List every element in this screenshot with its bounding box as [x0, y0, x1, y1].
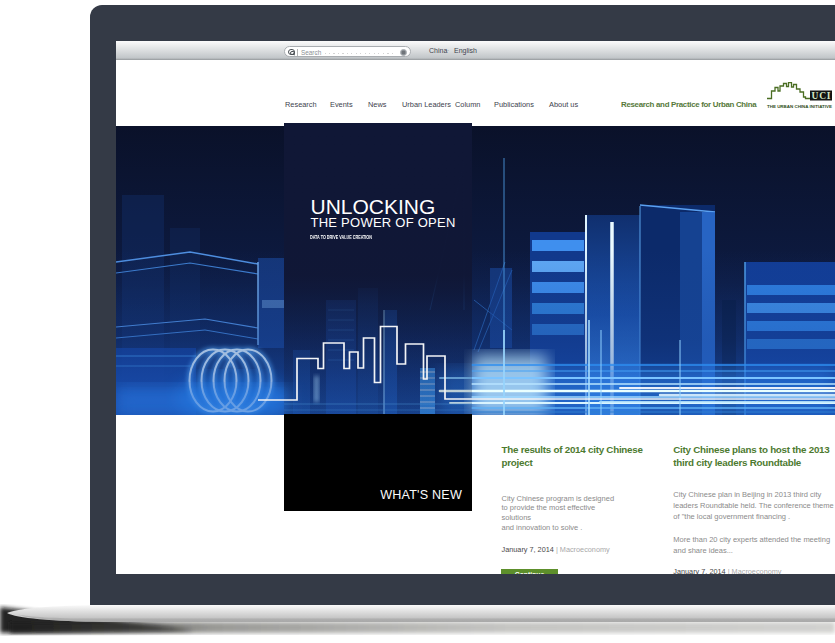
svg-text:THE URBAN CHINA INITIATIVE: THE URBAN CHINA INITIATIVE	[767, 104, 832, 109]
svg-text:UCI: UCI	[812, 91, 831, 101]
